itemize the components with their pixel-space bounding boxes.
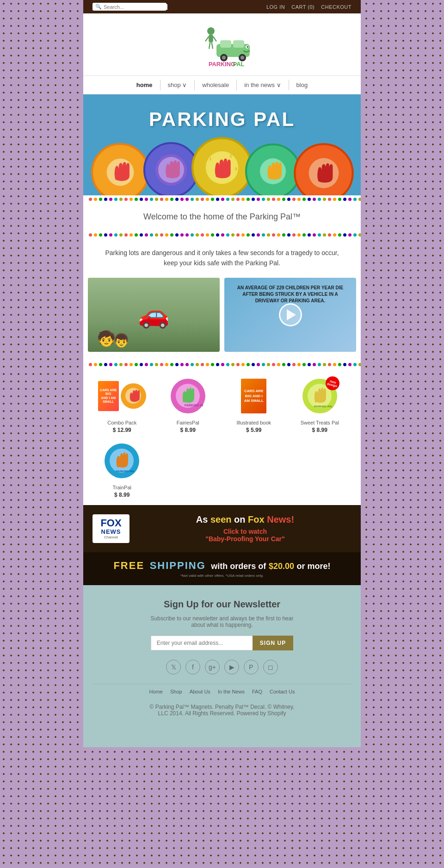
- dot: [318, 233, 321, 237]
- dot: [241, 233, 245, 237]
- product-book-price: $ 5.99: [224, 427, 284, 433]
- combo-disk: [121, 383, 146, 409]
- dot: [170, 363, 173, 366]
- nav-shop[interactable]: shop ∨: [160, 80, 195, 90]
- footer-home[interactable]: Home: [149, 689, 163, 694]
- dot: [175, 363, 179, 366]
- dot: [262, 233, 265, 237]
- product-train-pal[interactable]: PARKING PAL TrainPal $ 8.99: [90, 438, 154, 500]
- footer-faq[interactable]: FAQ: [252, 689, 262, 694]
- dot: [323, 198, 326, 201]
- dot: [338, 233, 341, 237]
- dot: [231, 233, 234, 237]
- footer-shop[interactable]: Shop: [170, 689, 182, 694]
- svg-text:PARKING PAL: PARKING PAL: [185, 404, 203, 407]
- dot: [89, 363, 92, 366]
- nav-in-the-news[interactable]: in the news ∨: [237, 80, 289, 90]
- dot: [124, 233, 128, 237]
- dot: [277, 363, 280, 366]
- svg-text:2: 2: [230, 154, 232, 158]
- svg-text:3: 3: [235, 167, 237, 171]
- checkout-link[interactable]: CHECKOUT: [321, 4, 352, 10]
- footer-about[interactable]: About Us: [190, 689, 210, 694]
- fox-click-line: Click to watch: [139, 528, 352, 535]
- product-combo-visual: CARS ARE BIGAND I AM SMALL: [98, 381, 146, 411]
- nav-home[interactable]: home: [129, 80, 160, 90]
- dot: [114, 363, 117, 366]
- nav-blog[interactable]: blog: [289, 80, 315, 90]
- fairies-disk: PARKING PAL: [171, 379, 205, 413]
- dot: [262, 198, 265, 201]
- dot: [302, 198, 306, 201]
- hero-disk-1: [91, 143, 149, 195]
- dot: [348, 363, 352, 366]
- dot: [297, 198, 301, 201]
- child-1: 🧒: [97, 330, 116, 347]
- footer-contact[interactable]: Contact Us: [270, 689, 295, 694]
- dots-divider-1: [83, 195, 361, 203]
- dot: [180, 363, 184, 366]
- search-input[interactable]: [104, 4, 167, 10]
- svg-point-11: [222, 56, 226, 60]
- dot: [165, 363, 168, 366]
- dot: [196, 233, 199, 237]
- product-illustrated-book[interactable]: CARS ARE BIG AND I AM SMALL Illustrated …: [222, 373, 286, 436]
- hero-products: 1 2 3: [83, 140, 361, 195]
- dot: [226, 363, 229, 366]
- dot: [170, 233, 173, 237]
- product-combo-price: $ 12.99: [92, 427, 152, 433]
- fox-logo-text: FOX: [98, 518, 124, 528]
- dot: [252, 233, 255, 237]
- dot: [211, 363, 214, 366]
- dot: [99, 198, 102, 201]
- dot: [333, 198, 336, 201]
- instagram-icon[interactable]: ◻: [263, 660, 278, 674]
- svg-text:PAL: PAL: [233, 61, 245, 68]
- main-nav: home shop ∨ wholesale in the news ∨ blog: [83, 75, 361, 94]
- google-plus-icon[interactable]: g+: [205, 660, 220, 674]
- dot: [267, 198, 270, 201]
- play-button[interactable]: [279, 303, 302, 326]
- cart-link[interactable]: CART (0): [291, 4, 314, 10]
- fox-news-banner[interactable]: FOX NEWS Channel As seen on Fox News! Cl…: [83, 505, 361, 552]
- twitter-icon[interactable]: 𝕏: [166, 660, 181, 674]
- dot: [201, 198, 204, 201]
- dot: [343, 233, 346, 237]
- dot: [252, 363, 255, 366]
- dot: [313, 233, 316, 237]
- newsletter-subtext: Subscribe to our newsletter and always b…: [148, 615, 296, 628]
- footer-in-the-news[interactable]: In the News: [218, 689, 245, 694]
- facebook-icon[interactable]: f: [185, 660, 200, 674]
- product-fairies-image: PARKING PAL: [159, 375, 218, 417]
- product-combo-pack[interactable]: CARS ARE BIGAND I AM SMALL Com: [90, 373, 154, 436]
- product-fairies-pal[interactable]: PARKING PAL FairiesPal $ 8.99: [156, 373, 220, 436]
- youtube-icon[interactable]: ▶: [224, 660, 239, 674]
- video-placeholder[interactable]: AN AVERAGE OF 229 CHILDREN PER YEAR DIE …: [224, 278, 356, 352]
- pinterest-icon[interactable]: P: [244, 660, 259, 674]
- dot: [257, 363, 260, 366]
- dot: [282, 363, 285, 366]
- dot: [201, 363, 204, 366]
- dot: [292, 363, 296, 366]
- dot: [135, 198, 138, 201]
- dot: [241, 363, 245, 366]
- fox-seen: seen: [210, 514, 232, 525]
- login-link[interactable]: LOG IN: [266, 4, 285, 10]
- dot: [267, 363, 270, 366]
- dot: [135, 363, 138, 366]
- dot: [338, 363, 341, 366]
- product-sweet-treats[interactable]: newdesign PARKING PAL Sweet Treats Pal $…: [288, 373, 352, 436]
- dot: [145, 198, 148, 201]
- newsletter-signup-button[interactable]: SIGN UP: [253, 636, 293, 650]
- dot: [328, 233, 331, 237]
- dot: [206, 198, 209, 201]
- footer-nav: Home Shop About Us In the News FAQ Conta…: [92, 684, 352, 699]
- nav-wholesale[interactable]: wholesale: [195, 80, 237, 90]
- search-icon: 🔍: [95, 4, 102, 10]
- dot: [160, 233, 163, 237]
- product-fairies-price: $ 8.99: [159, 427, 218, 433]
- dot: [206, 363, 209, 366]
- product-combo-name: Combo Pack: [92, 420, 152, 425]
- dot: [353, 363, 357, 366]
- newsletter-email-input[interactable]: [151, 636, 253, 650]
